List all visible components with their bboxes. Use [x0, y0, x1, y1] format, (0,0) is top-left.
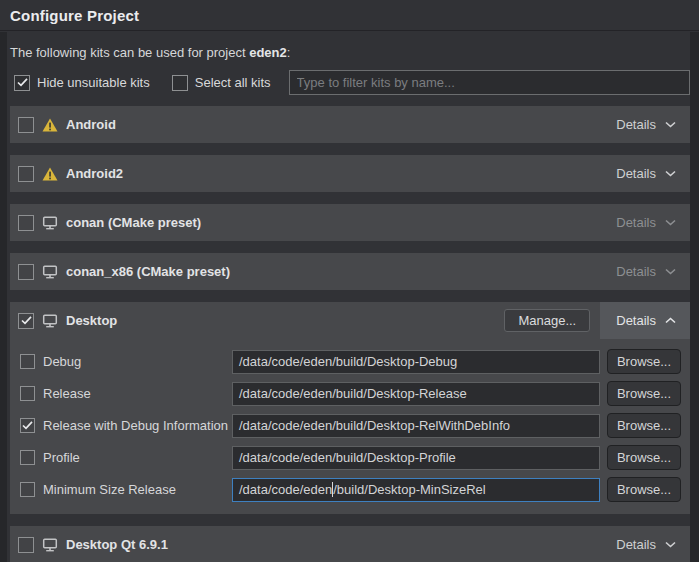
- filter-row: Hide unsuitable kits Select all kits: [10, 70, 690, 95]
- intro-prefix: The following kits can be used for proje…: [10, 45, 249, 60]
- desktop-icon: [42, 216, 58, 230]
- kit-header: conan_x86 (CMake preset)Details: [10, 253, 690, 290]
- build-dir-input[interactable]: /data/code/eden/build/Desktop-RelWithDeb…: [232, 414, 600, 438]
- check-icon: [17, 78, 28, 87]
- build-config-row: Debug/data/code/eden/build/Desktop-Debug…: [20, 349, 681, 374]
- build-config-label: Release with Debug Information: [43, 418, 232, 433]
- build-config-label: Profile: [43, 450, 232, 465]
- browse-button[interactable]: Browse...: [607, 413, 681, 438]
- path-text: /data/code/eden/build/Desktop-Debug: [239, 354, 457, 369]
- details-toggle[interactable]: Details: [600, 302, 690, 339]
- build-config-row: Minimum Size Release/data/code/eden/buil…: [20, 477, 681, 502]
- kit-header: DesktopManage...Details: [10, 302, 690, 339]
- details-label: Details: [616, 537, 656, 552]
- build-dir-input[interactable]: /data/code/eden/build/Desktop-MinSizeRel: [232, 478, 600, 502]
- kit-list: AndroidDetailsAndroid2Detailsconan (CMak…: [10, 106, 690, 562]
- build-dir-input[interactable]: /data/code/eden/build/Desktop-Release: [232, 382, 600, 406]
- intro-suffix: :: [287, 45, 291, 60]
- intro-text: The following kits can be used for proje…: [10, 45, 690, 60]
- details-toggle[interactable]: Details: [600, 106, 690, 143]
- kit-header: AndroidDetails: [10, 106, 690, 143]
- kit-name: Desktop: [66, 313, 117, 328]
- build-config-label: Release: [43, 386, 232, 401]
- hide-unsuitable-kits-checkbox[interactable]: [14, 75, 30, 91]
- build-config-checkbox[interactable]: [20, 386, 35, 401]
- details-label: Details: [616, 313, 656, 328]
- kit-row: AndroidDetails: [10, 106, 690, 143]
- desktop-icon: [42, 265, 58, 279]
- kit-name: Android2: [66, 166, 123, 181]
- check-icon: [21, 316, 32, 325]
- project-name: eden2: [249, 45, 287, 60]
- chevron-down-icon: [665, 268, 676, 275]
- kit-checkbox[interactable]: [18, 313, 34, 329]
- browse-button[interactable]: Browse...: [607, 349, 681, 374]
- warning-icon: [42, 167, 58, 181]
- details-label: Details: [616, 166, 656, 181]
- details-label: Details: [616, 117, 656, 132]
- kit-details-body: Debug/data/code/eden/build/Desktop-Debug…: [10, 339, 690, 514]
- build-config-label: Minimum Size Release: [43, 482, 232, 497]
- build-config-checkbox[interactable]: [20, 450, 35, 465]
- details-label: Details: [616, 215, 656, 230]
- chevron-down-icon: [665, 121, 676, 128]
- check-icon: [22, 421, 33, 430]
- kit-checkbox[interactable]: [18, 117, 34, 133]
- kit-checkbox[interactable]: [18, 537, 34, 553]
- kit-row: Android2Details: [10, 155, 690, 192]
- page-title: Configure Project: [10, 7, 139, 24]
- manage-button[interactable]: Manage...: [504, 309, 590, 332]
- build-config-row: Release with Debug Information/data/code…: [20, 413, 681, 438]
- kit-row: conan (CMake preset)Details: [10, 204, 690, 241]
- kit-header: Desktop Qt 6.9.1Details: [10, 526, 690, 562]
- desktop-icon: [42, 538, 58, 552]
- kit-row: conan_x86 (CMake preset)Details: [10, 253, 690, 290]
- right-gutter: [690, 32, 699, 562]
- kit-name: conan (CMake preset): [66, 215, 201, 230]
- kit-checkbox[interactable]: [18, 264, 34, 280]
- warning-icon: [42, 118, 58, 132]
- path-text: /data/code/eden/build/Desktop-Release: [239, 386, 467, 401]
- details-toggle[interactable]: Details: [600, 253, 690, 290]
- hide-unsuitable-kits-label: Hide unsuitable kits: [37, 75, 150, 90]
- kit-section-expanded: DesktopManage...DetailsDebug/data/code/e…: [10, 302, 690, 514]
- build-config-label: Debug: [43, 354, 232, 369]
- path-text: /data/code/eden: [239, 482, 332, 497]
- kit-row: Desktop Qt 6.9.1Details: [10, 526, 690, 562]
- page-header: Configure Project: [0, 0, 699, 31]
- browse-button[interactable]: Browse...: [607, 477, 681, 502]
- browse-button[interactable]: Browse...: [607, 445, 681, 470]
- path-text: /build/Desktop-MinSizeRel: [333, 482, 485, 497]
- build-config-checkbox[interactable]: [20, 482, 35, 497]
- desktop-icon: [42, 314, 58, 328]
- build-dir-input[interactable]: /data/code/eden/build/Desktop-Profile: [232, 446, 600, 470]
- build-config-checkbox[interactable]: [20, 418, 35, 433]
- kit-checkbox[interactable]: [18, 215, 34, 231]
- kit-name: Desktop Qt 6.9.1: [66, 537, 168, 552]
- build-config-checkbox[interactable]: [20, 354, 35, 369]
- kit-header: Android2Details: [10, 155, 690, 192]
- build-config-row: Release/data/code/eden/build/Desktop-Rel…: [20, 381, 681, 406]
- build-dir-input[interactable]: /data/code/eden/build/Desktop-Debug: [232, 350, 600, 374]
- select-all-kits-checkbox[interactable]: [172, 75, 188, 91]
- details-label: Details: [616, 264, 656, 279]
- kit-checkbox[interactable]: [18, 166, 34, 182]
- browse-button[interactable]: Browse...: [607, 381, 681, 406]
- configure-project-panel: The following kits can be used for proje…: [7, 32, 690, 562]
- select-all-kits-label: Select all kits: [195, 75, 271, 90]
- path-text: /data/code/eden/build/Desktop-RelWithDeb…: [239, 418, 510, 433]
- kit-name: Android: [66, 117, 116, 132]
- chevron-down-icon: [665, 219, 676, 226]
- chevron-down-icon: [665, 170, 676, 177]
- kit-filter-input[interactable]: [289, 70, 690, 95]
- details-toggle[interactable]: Details: [600, 155, 690, 192]
- left-gutter: [0, 32, 7, 562]
- kit-name: conan_x86 (CMake preset): [66, 264, 230, 279]
- path-text: /data/code/eden/build/Desktop-Profile: [239, 450, 456, 465]
- details-toggle[interactable]: Details: [600, 526, 690, 562]
- chevron-up-icon: [665, 317, 676, 324]
- kit-header: conan (CMake preset)Details: [10, 204, 690, 241]
- build-config-row: Profile/data/code/eden/build/Desktop-Pro…: [20, 445, 681, 470]
- details-toggle[interactable]: Details: [600, 204, 690, 241]
- chevron-down-icon: [665, 541, 676, 548]
